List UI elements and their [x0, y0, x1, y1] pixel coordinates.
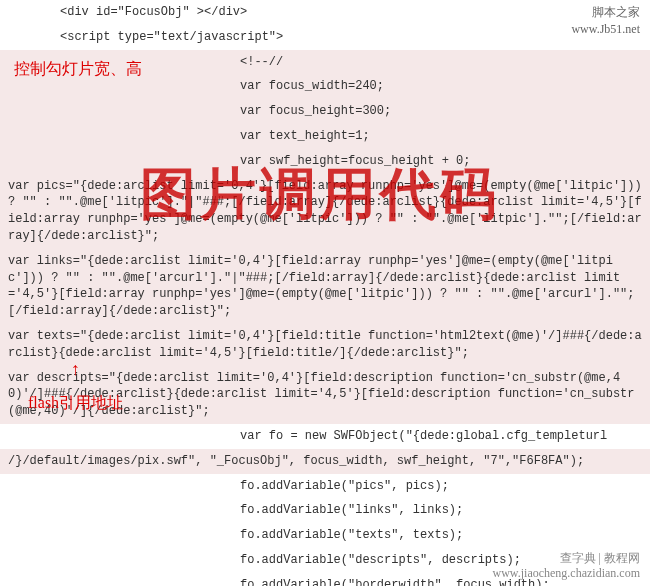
watermark-top-right: 脚本之家 www.Jb51.net — [571, 4, 640, 38]
code-line-8: var pics="{dede:arclist limit='0,4'}[fie… — [0, 174, 650, 249]
code-line-12a: var fo = new SWFObject("{dede:global.cfg… — [0, 424, 650, 449]
watermark-line1: 脚本之家 — [571, 4, 640, 21]
code-line-1: <div id="FocusObj" ></div> — [0, 0, 650, 25]
swf-path-block: /}/default/images/pix.swf", "_FocusObj",… — [0, 449, 650, 474]
code-line-13: fo.addVariable("pics", pics); — [0, 474, 650, 499]
watermark-br-line2: www.jiaocheng.chazidian.com — [493, 566, 641, 582]
pics-vars-block: var pics="{dede:arclist limit='0,4'}[fie… — [0, 174, 650, 424]
watermark-br-line1: 查字典 | 教程网 — [493, 551, 641, 567]
code-line-10: var texts="{dede:arclist limit='0,4'}[fi… — [0, 324, 650, 366]
code-line-12b: /}/default/images/pix.swf", "_FocusObj",… — [0, 449, 650, 474]
code-line-4: var focus_width=240; — [0, 74, 650, 99]
arrow-up-icon: ↑ — [70, 358, 81, 383]
code-line-6: var text_height=1; — [0, 124, 650, 149]
code-line-2: <script type="text/javascript"> — [0, 25, 650, 50]
code-line-9: var links="{dede:arclist limit='0,4'}[fi… — [0, 249, 650, 324]
code-screenshot: 脚本之家 www.Jb51.net <div id="FocusObj" ></… — [0, 0, 650, 586]
code-line-14: fo.addVariable("links", links); — [0, 498, 650, 523]
code-line-15: fo.addVariable("texts", texts); — [0, 523, 650, 548]
slide-size-block: <!--// var focus_width=240; var focus_he… — [0, 50, 650, 174]
watermark-line2: www.Jb51.net — [571, 21, 640, 38]
code-line-3: <!--// — [0, 50, 650, 75]
code-line-11: var descripts="{dede:arclist limit='0,4'… — [0, 366, 650, 424]
watermark-bottom-right: 查字典 | 教程网 www.jiaocheng.chazidian.com — [493, 551, 641, 582]
code-line-7: var swf_height=focus_height + 0; — [0, 149, 650, 174]
code-line-5: var focus_height=300; — [0, 99, 650, 124]
